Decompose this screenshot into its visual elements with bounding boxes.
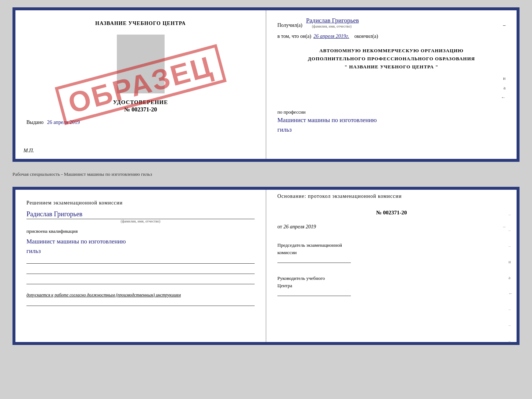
top-cert-left: НАЗВАНИЕ УЧЕБНОГО ЦЕНТРА УДОСТОВЕРЕНИЕ №… xyxy=(15,10,266,159)
rukovoditel-line1: Руководитель учебного xyxy=(277,275,506,282)
dopuskaetsya-line: допускается к работе согласно должностны… xyxy=(26,292,255,298)
professiya-text2: гильз xyxy=(277,125,506,134)
vydano-prefix: Выдано xyxy=(26,120,44,125)
top-cert-right: Получил(а) Радислав Григорьев (фамилия, … xyxy=(266,10,517,159)
vtom-line: в том, что он(а) 26 апреля 2019г. окончи… xyxy=(277,33,506,39)
vydano-date: 26 апреля 2019 xyxy=(47,120,80,125)
protocol-number: № 002371-20 xyxy=(277,210,506,216)
line4 xyxy=(26,302,255,306)
avt-line1: АВТОНОМНУЮ НЕКОММЕРЧЕСКУЮ ОРГАНИЗАЦИЮ xyxy=(277,47,506,55)
photo-placeholder xyxy=(117,35,165,93)
vtom-prefix: в том, что он(а) xyxy=(277,33,311,39)
udostoverenie-block: УДОСТОВЕРЕНИЕ № 002371-20 xyxy=(113,99,168,113)
kval-block: Машинист машины по изготовлению гильз xyxy=(26,236,255,256)
vtom-date: 26 апреля 2019г. xyxy=(313,33,349,39)
recipient-name: Радислав Григорьев xyxy=(306,17,359,24)
predsedatel-block: Председатель экзаменационной комиссии xyxy=(277,242,506,256)
mp-label: М.П. xyxy=(24,148,34,154)
prisvoyena-label: присвоена квалификация xyxy=(26,228,255,234)
right-edge-dashes: ––– и а ← ––– xyxy=(508,212,513,344)
cert-number: № 002371-20 xyxy=(113,106,168,113)
professiya-text: Машинист машины по изготовлению xyxy=(277,116,506,125)
rukovoditel-sign-line xyxy=(277,296,351,296)
right-dash-and: и xyxy=(503,75,506,81)
line1 xyxy=(26,260,255,264)
predsedatel-line1: Председатель экзаменационной xyxy=(277,242,506,249)
avt-line3: " НАЗВАНИЕ УЧЕБНОГО ЦЕНТРА " xyxy=(277,63,506,71)
line2 xyxy=(26,270,255,274)
vydano-line: Выдано 26 апреля 2019 xyxy=(26,120,255,125)
protocol-date: от 26 апреля 2019 – xyxy=(277,224,506,230)
bottom-fio-sub: (фамилия, имя, отчество) xyxy=(26,219,255,223)
bottom-certificate: Решением экзаменационной комиссии Радисл… xyxy=(12,187,520,345)
bottom-cert-right: Основание: протокол экзаменационной коми… xyxy=(266,190,517,342)
poluchil-line: Получил(а) Радислав Григорьев (фамилия, … xyxy=(277,17,506,28)
po-professii-text: по профессии xyxy=(277,109,306,115)
ot-date: 26 апреля 2019 xyxy=(283,224,316,229)
dash1: – xyxy=(503,22,506,28)
kval-text: Машинист машины по изготовлению xyxy=(26,237,255,246)
bottom-cert-left: Решением экзаменационной комиссии Радисл… xyxy=(15,190,266,342)
okonchil-text: окончил(а) xyxy=(354,33,378,39)
predsedatel-sign-line xyxy=(277,263,351,263)
rukovoditel-block: Руководитель учебного Центра xyxy=(277,275,506,289)
fio-subtitle: (фамилия, имя, отчество) xyxy=(305,24,359,28)
rukovoditel-line2: Центра xyxy=(277,282,506,289)
dopuskaetsya-prefix: допускается к xyxy=(26,292,53,298)
poluchil-prefix: Получил(а) xyxy=(277,22,302,28)
right-dash-arrow: ← xyxy=(501,95,506,100)
separator-text: Рабочая специальность - Машинист машины … xyxy=(12,170,520,179)
predsedatel-line2: комиссии xyxy=(277,249,506,256)
line3 xyxy=(26,281,255,284)
right-br-dash: – xyxy=(503,224,506,230)
right-dash-a: а xyxy=(503,85,506,90)
bottom-fio: Радислав Григорьев xyxy=(26,210,255,219)
osnovaniye-label: Основание: протокол экзаменационной коми… xyxy=(277,193,506,199)
ot-prefix: от xyxy=(277,224,282,229)
po-professii-label: по профессии Машинист машины по изготовл… xyxy=(277,109,506,134)
resheniem-title: Решением экзаменационной комиссии xyxy=(26,200,255,206)
udostoverenie-label: УДОСТОВЕРЕНИЕ xyxy=(113,99,168,106)
avt-line2: ДОПОЛНИТЕЛЬНОГО ПРОФЕССИОНАЛЬНОГО ОБРАЗО… xyxy=(277,55,506,63)
dopuskaetsya-text: работе согласно должностным (производств… xyxy=(54,292,181,298)
top-certificate: НАЗВАНИЕ УЧЕБНОГО ЦЕНТРА УДОСТОВЕРЕНИЕ №… xyxy=(12,7,520,162)
avt-block: АВТОНОМНУЮ НЕКОММЕРЧЕСКУЮ ОРГАНИЗАЦИЮ ДО… xyxy=(277,47,506,71)
top-left-title: НАЗВАНИЕ УЧЕБНОГО ЦЕНТРА xyxy=(95,21,186,26)
kval-text2: гильз xyxy=(26,247,255,256)
bottom-fio-block: Радислав Григорьев (фамилия, имя, отчест… xyxy=(26,210,255,223)
